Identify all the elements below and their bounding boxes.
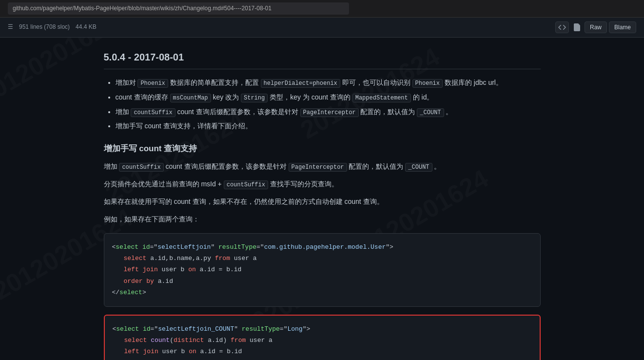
section-title: 增加手写 count 查询支持: [104, 142, 541, 155]
code-phoenix2: Phoenix: [412, 79, 443, 88]
para-2: 分页插件会优先通过当前查询的 msId + countSuffix 查找手写的分…: [104, 179, 541, 190]
lines-info: 951 lines (708 sloc): [19, 22, 70, 32]
lines-icon: ☰: [8, 22, 13, 32]
file-header: ☰ 951 lines (708 sloc) 44.4 KB Raw Blame: [0, 18, 644, 38]
file-size: 44.4 KB: [76, 22, 97, 32]
code-line-9: </select>: [113, 358, 532, 360]
raw-button[interactable]: Raw: [585, 21, 607, 33]
code-string: String: [241, 94, 268, 102]
code-helper-dialect: helperDialect=phoenix: [261, 79, 340, 88]
list-item-4: 增加手写 count 查询支持，详情看下面介绍。: [116, 120, 541, 132]
code-block-1: <select id="selectLeftjoin" resultType="…: [104, 233, 541, 307]
code-line-7: select count(distinct a.id) from user a: [113, 335, 532, 346]
code-page-interceptor-1: PageInterceptor: [300, 108, 359, 117]
file-header-left: ☰ 951 lines (708 sloc) 44.4 KB: [8, 22, 97, 32]
code-line-8: left join user b on a.id = b.id: [113, 346, 532, 357]
code-count-suffix-3: countSuffix: [224, 180, 268, 189]
blame-button[interactable]: Blame: [609, 21, 636, 33]
content-area: 5.0.4 - 2017-08-01 增加对 Phoenix 数据库的简单配置支…: [88, 38, 556, 360]
code-count-2: _COUNT: [405, 163, 432, 172]
file-header-right: Raw Blame: [555, 21, 636, 33]
code-view-icon[interactable]: [555, 21, 569, 33]
list-item-2: count 查询的缓存 msCountMap key 改为 String 类型，…: [116, 92, 541, 103]
code-line-6: <select id="selectLeftjoin_COUNT" result…: [113, 323, 532, 335]
browser-bar: github.com/pagehelper/Mybatis-PageHelper…: [0, 0, 644, 18]
code-line-5: </select>: [112, 287, 532, 298]
code-count-suffix-2: countSuffix: [119, 163, 163, 172]
feature-list: 增加对 Phoenix 数据库的简单配置支持，配置 helperDialect=…: [104, 77, 541, 132]
code-count-1: _COUNT: [417, 108, 444, 117]
code-line-1: <select id="selectLeftjoin" resultType="…: [112, 241, 532, 253]
page-title: 5.0.4 - 2017-08-01: [104, 49, 541, 69]
para-1: 增加 countSuffix count 查询后缀配置参数，该参数是针对 Pag…: [104, 161, 541, 173]
code-page-interceptor-2: PageInterceptor: [289, 163, 347, 172]
para-3: 如果存在就使用手写的 count 查询，如果不存在，仍然使用之前的方式自动创建 …: [104, 196, 541, 208]
list-item-3: 增加 countSuffix count 查询后缀配置参数，该参数是针对 Pag…: [116, 106, 541, 118]
para-4: 例如，如果存在下面两个查询：: [104, 214, 541, 225]
code-line-2: select a.id,b.name,a.py from user a: [112, 253, 532, 264]
code-line-4: order by a.id: [112, 276, 532, 287]
code-line-3: left join user b on a.id = b.id: [112, 264, 532, 275]
list-item-1: 增加对 Phoenix 数据库的简单配置支持，配置 helperDialect=…: [116, 77, 541, 89]
code-ms-count-map: msCountMap: [170, 94, 211, 102]
code-block-2: <select id="selectLeftjoin_COUNT" result…: [104, 315, 541, 360]
file-icon[interactable]: [571, 21, 583, 33]
code-mapped-statement: MappedStatement: [352, 94, 411, 102]
code-count-suffix-1: countSuffix: [131, 108, 175, 117]
code-phoenix1: Phoenix: [137, 79, 168, 88]
url-bar[interactable]: github.com/pagehelper/Mybatis-PageHelper…: [8, 2, 349, 15]
